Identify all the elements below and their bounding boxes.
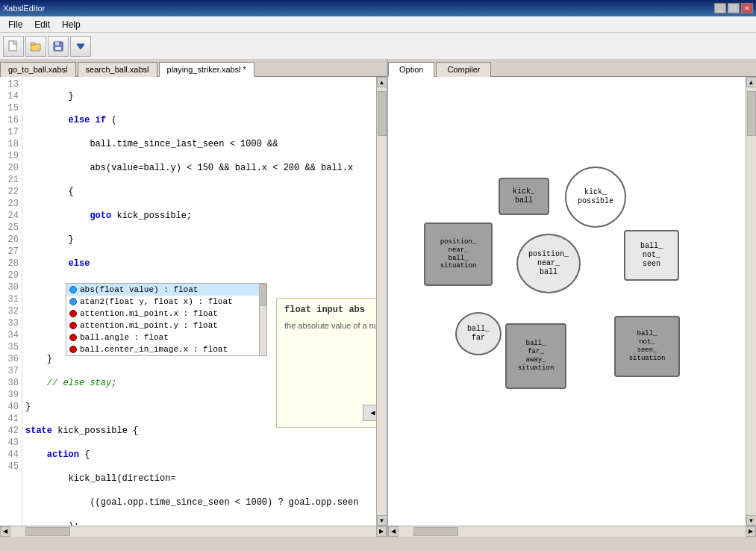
svg-marker-6	[77, 44, 84, 49]
tab-playing-striker[interactable]: playing_striker.xabsl *	[159, 62, 254, 77]
ac-text-1: atan2(float y, float x) : float	[80, 297, 233, 306]
editor-tabs: go_to_ball.xabsl search_ball.xabsl playi…	[0, 60, 387, 77]
autocomplete-scrollbar[interactable]	[259, 284, 266, 355]
ac-icon-1	[69, 298, 77, 305]
right-tabs: Option Compiler	[388, 60, 756, 77]
diagram-scroll-down[interactable]: ▼	[746, 515, 757, 526]
autocomplete-scroll-thumb	[260, 284, 266, 306]
node-ball-far-away-situation[interactable]: ball_far_away_situation	[505, 323, 566, 389]
tooltip-popup: float input abs the absolute value of a …	[276, 298, 376, 428]
autocomplete-popup[interactable]: abs(float value) : float atan2(float y, …	[66, 283, 267, 356]
diagram-svg	[388, 77, 746, 526]
open-button[interactable]	[25, 36, 46, 57]
diagram-scroll-track-h[interactable]	[399, 526, 746, 537]
diagram-scroll-up[interactable]: ▲	[746, 77, 757, 87]
title-bar: XabslEditor _ □ ✕	[0, 0, 756, 16]
ac-icon-3	[69, 322, 77, 329]
diagram-scrollbar-v[interactable]: ▲ ▼	[746, 77, 756, 526]
app-title: XabslEditor	[3, 4, 45, 13]
tab-search-ball[interactable]: search_ball.xabsl	[78, 62, 157, 77]
toolbar	[0, 33, 756, 60]
maximize-button[interactable]: □	[728, 3, 740, 13]
menu-file[interactable]: File	[3, 17, 28, 32]
scroll-down-button[interactable]: ▼	[377, 515, 387, 526]
code-editor[interactable]: 1314151617 1819202122 2324252627 2829303…	[0, 77, 376, 526]
scroll-up-button[interactable]: ▲	[377, 77, 387, 87]
editor-scrollbar-v[interactable]: ▲ ▼	[376, 77, 387, 526]
autocomplete-item-1[interactable]: atan2(float y, float x) : float	[66, 296, 266, 308]
node-ball-not-seen[interactable]: ball_not_seen	[624, 230, 679, 281]
ac-text-4: ball.angle : float	[80, 333, 169, 342]
node-position-near-ball-situation[interactable]: position_near_ball_situation	[424, 222, 493, 286]
tab-compiler[interactable]: Compiler	[436, 62, 491, 77]
autocomplete-item-2[interactable]: attention.mi_point.x : float	[66, 308, 266, 320]
node-position-near-ball[interactable]: position_near_ball	[516, 234, 581, 293]
status-text	[0, 540, 11, 549]
ac-icon-0	[69, 286, 77, 293]
minimize-button[interactable]: _	[714, 3, 726, 13]
tooltip-prev-button[interactable]: ◀	[363, 405, 377, 421]
new-button[interactable]	[3, 36, 24, 57]
autocomplete-item-4[interactable]: ball.angle : float	[66, 331, 266, 343]
scroll-right-button[interactable]: ▶	[376, 526, 387, 537]
svg-rect-5	[55, 47, 61, 50]
diagram-scrollbar-h[interactable]: ◀ ▶	[388, 526, 756, 536]
node-ball-not-seen-situation[interactable]: ball_not_seen_situation	[614, 316, 680, 377]
diagram-pane: Option Compiler	[388, 60, 756, 536]
diagram-scroll-track-v[interactable]	[746, 87, 756, 515]
tab-go-to-ball[interactable]: go_to_ball.xabsl	[0, 62, 76, 77]
editor-scrollbar-h[interactable]: ◀ ▶	[0, 526, 387, 536]
diagram-scroll-thumb-v[interactable]	[747, 91, 756, 136]
autocomplete-item-0[interactable]: abs(float value) : float	[66, 284, 266, 296]
tooltip-navigation: ◀ ▶	[284, 405, 376, 421]
diagram-scroll-thumb-h[interactable]	[413, 527, 458, 536]
state-diagram[interactable]: kick_ball kick_possible position_near_ba…	[388, 77, 746, 526]
tooltip-body: the absolute value of a number	[284, 321, 376, 330]
diagram-scroll-left[interactable]: ◀	[388, 526, 399, 537]
svg-rect-0	[9, 41, 16, 51]
close-button[interactable]: ✕	[741, 3, 753, 13]
window-controls: _ □ ✕	[714, 3, 753, 13]
status-bar	[0, 536, 756, 551]
autocomplete-item-3[interactable]: attention.mi_point.y : float	[66, 320, 266, 331]
ac-text-5: ball.center_in_image.x : float	[80, 345, 228, 354]
svg-rect-4	[55, 42, 59, 46]
scroll-thumb-v[interactable]	[378, 91, 387, 136]
autocomplete-item-5[interactable]: ball.center_in_image.x : float	[66, 343, 266, 355]
build-button[interactable]	[70, 36, 91, 57]
svg-rect-2	[31, 43, 35, 45]
ac-text-2: attention.mi_point.x : float	[80, 309, 218, 318]
node-ball-far[interactable]: ball_far	[455, 312, 502, 355]
ac-icon-5	[69, 346, 77, 353]
tooltip-title: float input abs	[284, 305, 376, 315]
ac-icon-2	[69, 310, 77, 317]
tab-option[interactable]: Option	[388, 62, 434, 77]
scroll-track-h[interactable]	[10, 526, 376, 537]
node-kick-possible[interactable]: kick_possible	[565, 166, 626, 228]
menu-bar: File Edit Help	[0, 16, 756, 33]
scroll-track-v[interactable]	[377, 87, 387, 515]
scroll-thumb-h[interactable]	[25, 527, 70, 536]
ac-text-0: abs(float value) : float	[80, 285, 198, 294]
node-kick-ball[interactable]: kick_ball	[499, 178, 549, 215]
menu-edit[interactable]: Edit	[29, 17, 55, 32]
save-button[interactable]	[48, 36, 69, 57]
main-container: go_to_ball.xabsl search_ball.xabsl playi…	[0, 60, 756, 536]
menu-help[interactable]: Help	[57, 17, 86, 32]
scroll-left-button[interactable]: ◀	[0, 526, 10, 537]
ac-icon-4	[69, 334, 77, 341]
diagram-scroll-right[interactable]: ▶	[746, 526, 756, 537]
line-numbers: 1314151617 1819202122 2324252627 2829303…	[0, 77, 22, 526]
ac-text-3: attention.mi_point.y : float	[80, 321, 218, 330]
editor-pane: go_to_ball.xabsl search_ball.xabsl playi…	[0, 60, 388, 536]
